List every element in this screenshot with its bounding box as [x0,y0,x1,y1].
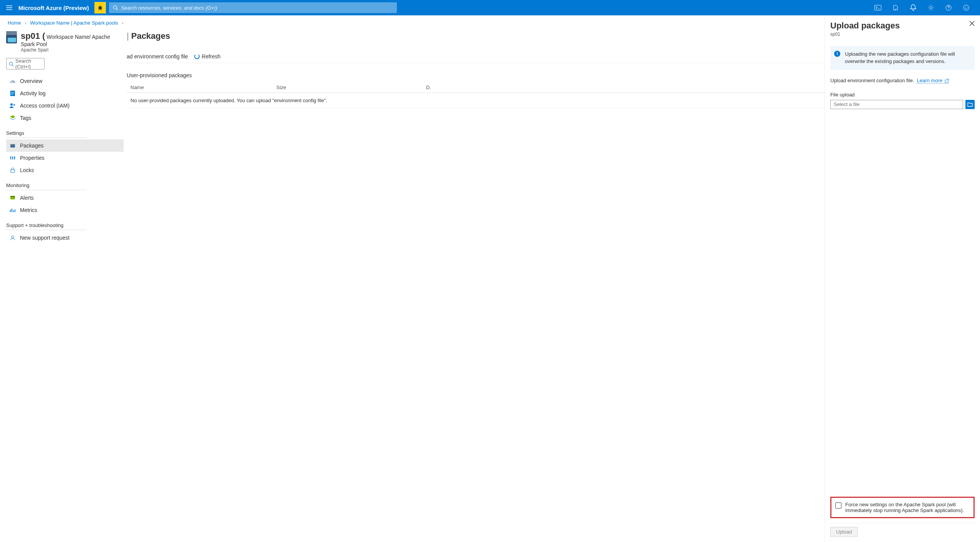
info-icon: i [834,51,840,57]
file-upload-row [830,100,975,109]
metrics-icon [9,207,16,213]
lock-icon [9,167,16,173]
nav-metrics[interactable]: Metrics [6,204,124,216]
properties-icon [9,155,16,161]
nav-access-control[interactable]: Access control (IAM) [6,99,124,112]
file-upload-input[interactable] [830,100,963,109]
nav-new-support-request[interactable]: New support request [6,232,124,244]
learn-more-link[interactable]: Learn more [917,78,949,84]
alerts-icon [9,195,16,201]
panel-footer: Upload [830,523,975,542]
refresh-icon [194,54,200,59]
svg-point-17 [14,157,15,158]
upload-button[interactable]: Upload [830,527,858,537]
cloud-shell-icon[interactable] [872,0,884,15]
nav-alerts[interactable]: Alerts [6,192,124,204]
bug-icon[interactable] [94,2,106,13]
nav-group-settings: Settings [6,130,87,138]
panel-description: Upload environment configuration file. L… [830,78,975,83]
table-header: Name Size D. [127,82,826,93]
brand-label[interactable]: Microsoft Azure (Preview) [18,5,89,11]
force-settings-highlight: Force new settings on the Apache Spark p… [830,497,975,518]
resource-icon [6,31,17,43]
toolbar-refresh[interactable]: Refresh [194,53,221,60]
svg-point-16 [12,158,13,159]
help-icon[interactable] [942,0,955,15]
overview-icon [9,78,16,84]
upload-packages-panel: Upload packages sp01 i Uploading the new… [825,15,980,542]
col-date[interactable]: D. [426,85,826,90]
svg-rect-18 [11,170,15,172]
top-bar: Microsoft Azure (Preview) [0,0,980,15]
svg-point-11 [10,103,13,106]
svg-point-1 [113,6,116,9]
svg-point-15 [10,157,12,158]
col-name[interactable]: Name [127,85,276,90]
svg-point-12 [13,104,15,106]
tags-icon [9,115,16,121]
col-size[interactable]: Size [276,85,426,90]
nav-overview[interactable]: Overview [6,75,124,87]
side-search-placeholder: Search (Ctrl+/) [15,58,42,70]
nav-packages[interactable]: Packages [6,139,124,152]
nav-group-support: Support + troubleshooting [6,222,87,230]
nav-tags[interactable]: Tags [6,112,124,124]
toolbar-upload-config[interactable]: ad environment config file [127,53,188,60]
feedback-icon[interactable] [960,0,972,15]
content-toolbar: ad environment config file Refresh [127,43,826,63]
svg-point-6 [963,5,969,10]
activity-log-icon [9,90,16,96]
breadcrumb-home[interactable]: Home [8,20,21,26]
svg-rect-20 [10,196,15,197]
svg-point-9 [10,62,13,65]
svg-point-3 [894,10,895,10]
nav-activity-log[interactable]: Activity log [6,87,124,99]
people-icon [9,103,16,108]
global-search[interactable] [109,2,397,13]
directory-icon[interactable] [889,0,902,15]
info-message: i Uploading the new packages configurati… [830,46,975,70]
global-search-input[interactable] [121,5,393,11]
left-nav: sp01 ( Workspace Name/ Apache Spark Pool… [0,28,127,244]
page-title: |Packages [127,28,826,43]
svg-point-21 [12,236,14,238]
support-icon [9,235,16,240]
resource-title: sp01 ( [21,31,45,41]
packages-icon [9,143,16,148]
svg-point-4 [930,7,932,9]
nav-properties[interactable]: Properties [6,152,124,164]
settings-icon[interactable] [925,0,937,15]
notifications-icon[interactable] [907,0,919,15]
svg-rect-2 [875,5,881,10]
force-settings-checkbox[interactable] [835,502,841,509]
file-upload-label: File upload [830,92,975,98]
close-icon[interactable] [969,21,975,26]
panel-title: Upload packages [830,21,975,31]
force-settings-label: Force new settings on the Apache Spark p… [845,502,970,513]
breadcrumb-workspace[interactable]: Workspace Name | Apache Spark pools [30,20,118,26]
browse-file-button[interactable] [965,100,975,109]
section-heading: User-provisioned packages [127,63,826,82]
table-empty-message: No user-provided packages currently uplo… [127,93,826,108]
svg-point-7 [965,7,966,8]
nav-locks[interactable]: Locks [6,164,124,176]
svg-point-0 [99,7,102,10]
menu-icon[interactable] [3,0,15,15]
nav-group-monitoring: Monitoring [6,182,87,190]
side-search[interactable]: Search (Ctrl+/) [6,58,45,70]
svg-rect-14 [10,144,15,145]
topbar-actions [872,0,977,15]
search-icon [9,61,14,66]
panel-subtitle: sp01 [830,31,975,37]
resource-category: Apache Sparl [21,47,124,53]
svg-point-8 [967,7,968,8]
search-icon [113,5,118,10]
